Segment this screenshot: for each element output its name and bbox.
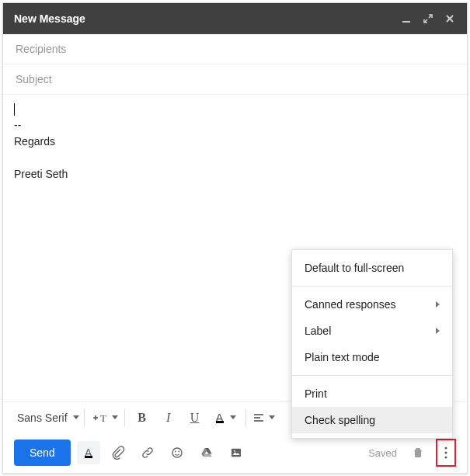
chevron-down-icon <box>73 415 79 419</box>
chevron-right-icon <box>436 301 440 307</box>
menu-plain-text[interactable]: Plain text mode <box>292 344 452 370</box>
subject-input[interactable] <box>14 72 456 86</box>
menu-separator <box>292 375 452 376</box>
formatting-options-button[interactable]: A <box>77 441 100 464</box>
menu-label[interactable]: Label <box>292 318 452 344</box>
menu-item-label: Label <box>305 325 331 337</box>
font-name-label: Sans Serif <box>17 412 68 424</box>
svg-point-14 <box>444 451 447 453</box>
chevron-down-icon <box>230 415 236 419</box>
toolbar-separator <box>245 409 246 426</box>
menu-check-spelling[interactable]: Check spelling <box>292 407 452 433</box>
underline-button[interactable]: U <box>184 407 206 429</box>
fullscreen-icon[interactable] <box>419 9 437 28</box>
bold-button[interactable]: B <box>131 407 153 429</box>
menu-item-label: Print <box>305 387 327 400</box>
menu-item-label: Plain text mode <box>305 351 380 363</box>
text-cursor <box>14 103 15 116</box>
recipients-input[interactable] <box>14 42 456 56</box>
chevron-down-icon <box>269 415 275 419</box>
svg-point-15 <box>444 456 447 458</box>
svg-text:T: T <box>100 412 106 424</box>
font-family-select[interactable]: Sans Serif <box>12 408 85 427</box>
svg-point-7 <box>172 448 182 457</box>
svg-rect-10 <box>232 449 241 457</box>
menu-separator <box>292 286 452 287</box>
menu-item-label: Check spelling <box>305 414 375 426</box>
close-icon[interactable] <box>440 9 459 28</box>
attach-file-icon[interactable] <box>106 441 130 464</box>
signature-line-2: Preeti Seth <box>14 168 68 180</box>
menu-print[interactable]: Print <box>292 380 452 407</box>
chevron-down-icon <box>112 415 118 419</box>
menu-canned-responses[interactable]: Canned responses <box>292 291 452 318</box>
insert-link-icon[interactable] <box>136 441 159 464</box>
insert-emoji-icon[interactable] <box>165 441 189 464</box>
svg-point-8 <box>175 451 176 453</box>
svg-point-12 <box>233 450 235 452</box>
signature-line-1: Regards <box>14 135 55 148</box>
align-button[interactable] <box>252 407 275 429</box>
chevron-right-icon <box>436 328 440 334</box>
toolbar-separator <box>124 409 125 426</box>
more-options-button[interactable] <box>438 441 454 464</box>
more-options-highlight <box>436 439 456 467</box>
titlebar: New Message <box>3 3 467 34</box>
minimize-icon[interactable] <box>397 9 416 28</box>
subject-row[interactable] <box>3 64 467 95</box>
signature-divider: -- <box>14 119 21 131</box>
insert-photo-icon[interactable] <box>225 441 248 464</box>
insert-drive-icon[interactable] <box>195 441 218 464</box>
menu-default-fullscreen[interactable]: Default to full-screen <box>292 255 452 281</box>
svg-point-9 <box>178 451 179 453</box>
compose-window: New Message -- Regards Preeti Seth Sans … <box>2 2 468 474</box>
font-size-button[interactable]: T <box>92 407 118 429</box>
menu-item-label: Default to full-screen <box>305 262 404 274</box>
recipients-row[interactable] <box>3 34 467 64</box>
window-title: New Message <box>14 12 394 25</box>
send-button[interactable]: Send <box>14 440 71 466</box>
more-options-menu: Default to full-screen Canned responses … <box>291 249 453 439</box>
menu-item-label: Canned responses <box>305 298 396 311</box>
discard-draft-icon[interactable] <box>406 441 430 464</box>
italic-button[interactable]: I <box>158 407 179 429</box>
svg-point-13 <box>444 446 447 449</box>
text-color-button[interactable]: A <box>211 407 239 429</box>
saved-status: Saved <box>368 447 397 459</box>
